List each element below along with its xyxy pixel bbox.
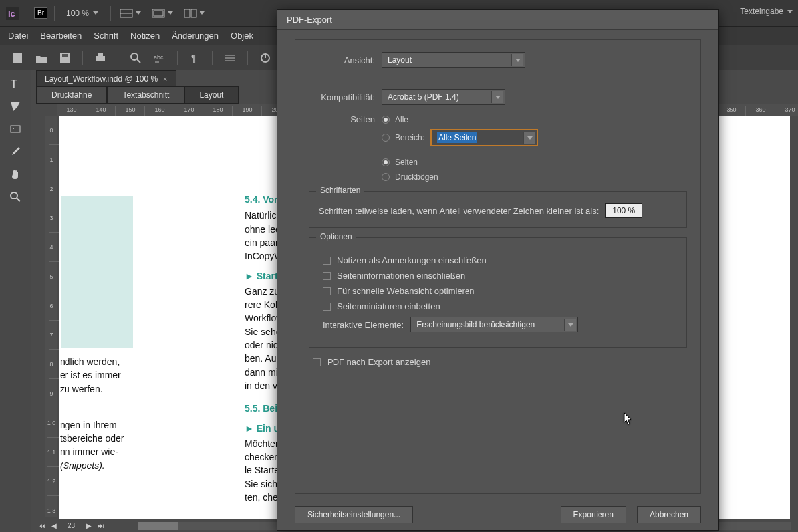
prev-page-icon[interactable]: ◀ [49, 522, 59, 529]
new-icon[interactable] [7, 49, 28, 67]
close-icon[interactable]: × [163, 75, 167, 83]
menu-aenderungen[interactable]: Änderungen [172, 31, 219, 41]
separator [82, 51, 83, 65]
document-tab-label: Layout_Workflow.indd @ 100 % [45, 74, 158, 84]
zoom-combo[interactable]: 100 % [61, 9, 104, 18]
chevron-down-icon [787, 10, 793, 13]
view-mode-1-icon[interactable] [118, 4, 143, 23]
label-seiten: Seiten [309, 114, 382, 124]
divider [54, 6, 55, 21]
combo-kompat[interactable]: Acrobat 5 (PDF 1.4) [382, 89, 505, 105]
check-nachexport[interactable] [313, 358, 321, 366]
svg-rect-11 [96, 56, 105, 61]
view-mode-2-icon[interactable] [150, 4, 175, 23]
divider [27, 6, 27, 21]
chevron-down-icon [168, 11, 173, 15]
note-tool-icon[interactable] [5, 97, 25, 116]
document-tab[interactable]: Layout_Workflow.indd @ 100 % × [36, 70, 176, 86]
position-tool-icon[interactable] [5, 120, 25, 138]
print-icon[interactable] [90, 49, 111, 67]
radio-bereich[interactable] [382, 134, 390, 142]
svg-text:Ic: Ic [8, 9, 15, 19]
dialog-title: PDF-Export [277, 10, 718, 30]
menu-schrift[interactable]: Schrift [94, 31, 118, 41]
check-seiteninfo[interactable] [323, 272, 331, 280]
chevron-down-icon [136, 11, 141, 15]
group-schriftarten: Schriftarten Schriften teilweise laden, … [309, 191, 687, 228]
subtab-textabschnitt[interactable]: Textabschnitt [107, 86, 184, 104]
radio-alle-label: Alle [395, 115, 408, 124]
check-miniaturen[interactable] [323, 303, 331, 311]
radio-seiten-label: Seiten [395, 158, 418, 167]
svg-line-14 [137, 59, 140, 63]
label-schrift-load: Schriften teilweise laden, wenn Anteil v… [319, 206, 598, 216]
svg-text:T: T [11, 78, 17, 90]
export-button[interactable]: Exportieren [561, 506, 626, 523]
check-webansicht-label: Für schnelle Webansicht optimieren [337, 286, 474, 296]
group-optionen: Optionen Notizen als Anmerkungen einschl… [309, 237, 687, 348]
workspace-switcher[interactable]: Texteingabe [740, 7, 793, 16]
svg-text:abc: abc [154, 54, 164, 61]
first-page-icon[interactable]: ⏮ [37, 522, 47, 529]
image-placeholder [61, 196, 133, 348]
ruler-vertical: 01234567891 01 11 21 3 [45, 116, 57, 517]
bridge-icon[interactable]: Br [34, 7, 47, 19]
chevron-down-icon [495, 96, 501, 99]
separator [212, 51, 213, 65]
svg-rect-5 [154, 11, 163, 16]
save-icon[interactable] [55, 49, 76, 67]
type-tool-icon[interactable]: T [5, 74, 25, 93]
combo-interaktive[interactable]: Erscheinungsbild berücksichtigen [410, 317, 578, 332]
menu-datei[interactable]: Datei [8, 31, 28, 41]
combo-bereich[interactable]: Alle Seiten [431, 130, 537, 146]
zoom-value: 100 % [66, 9, 89, 18]
svg-text:¶: ¶ [191, 53, 196, 63]
menu-bearbeiten[interactable]: Bearbeiten [40, 31, 82, 41]
search-icon[interactable] [125, 49, 146, 67]
check-webansicht[interactable] [323, 287, 331, 295]
check-notizen[interactable] [323, 257, 331, 265]
subtab-druckfahne[interactable]: Druckfahne [36, 86, 107, 104]
svg-point-25 [11, 192, 17, 199]
power-icon[interactable] [255, 49, 276, 67]
spellcheck-icon[interactable]: abc [149, 49, 170, 67]
svg-rect-8 [13, 53, 22, 63]
radio-druckbogen[interactable] [382, 173, 390, 181]
pilcrow-icon[interactable]: ¶ [184, 49, 205, 67]
last-page-icon[interactable]: ⏭ [96, 522, 106, 529]
chevron-down-icon [568, 323, 573, 327]
label-ansicht: Ansicht: [309, 55, 382, 65]
tool-strip: T [0, 70, 31, 532]
eyedropper-tool-icon[interactable] [5, 142, 25, 161]
zoom-tool-icon[interactable] [5, 188, 25, 206]
menu-notizen[interactable]: Notizen [130, 31, 160, 41]
radio-alle[interactable] [382, 116, 390, 124]
check-nachexport-label: PDF nach Export anzeigen [327, 357, 430, 367]
workspace-label: Texteingabe [740, 7, 783, 16]
subtab-layout[interactable]: Layout [184, 86, 239, 104]
open-icon[interactable] [31, 49, 52, 67]
label-kompat: Kompatibilität: [309, 92, 382, 102]
view-mode-3-icon[interactable] [182, 4, 207, 23]
list-icon[interactable] [219, 49, 241, 67]
hand-tool-icon[interactable] [5, 165, 25, 184]
menu-objekt[interactable]: Objek [231, 31, 253, 41]
combo-ansicht[interactable]: Layout [382, 52, 525, 68]
separator [247, 51, 248, 65]
separator [118, 51, 118, 65]
page-navigator[interactable]: ⏮ ◀ 23 ▶ ⏭ [37, 522, 106, 529]
security-settings-button[interactable]: Sicherheitseinstellungen... [295, 506, 413, 523]
check-seiteninfo-label: Seiteninformationen einschließen [337, 271, 465, 281]
next-page-icon[interactable]: ▶ [84, 522, 94, 529]
pdf-export-dialog: PDF-Export Ansicht: Layout Kompatibilitä… [277, 9, 719, 531]
app-logo-icon: Ic [5, 6, 20, 21]
radio-bereich-label: Bereich: [395, 133, 424, 142]
chevron-down-icon [93, 11, 98, 15]
scrollbar-thumb[interactable] [138, 522, 178, 530]
input-schrift-percent[interactable] [605, 203, 642, 218]
radio-seiten[interactable] [382, 158, 390, 166]
svg-rect-10 [62, 54, 68, 57]
page-number-field[interactable]: 23 [61, 522, 82, 529]
radio-druckbogen-label: Druckbögen [395, 172, 438, 182]
cancel-button[interactable]: Abbrechen [637, 506, 701, 523]
